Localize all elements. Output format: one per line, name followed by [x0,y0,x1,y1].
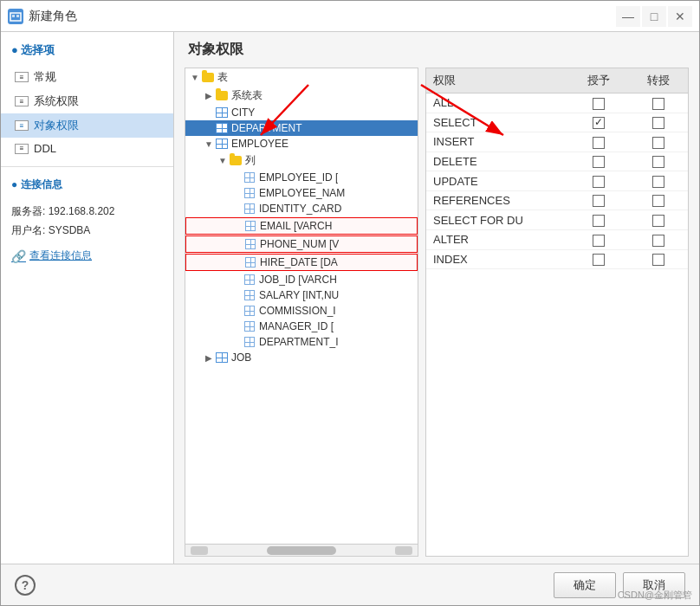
rights-transfer-6[interactable] [628,210,688,230]
sidebar-item-sys-priv[interactable]: ≡系统权限 [1,89,173,113]
tree-node-email[interactable]: EMAIL [VARCH [185,217,418,235]
checkbox-grant-2[interactable] [593,137,605,149]
sidebar-item-icon-sys-priv: ≡ [15,96,29,106]
node-icon-employee-name [243,187,256,199]
maximize-button[interactable]: □ [642,6,666,27]
rights-row-4: UPDATE [426,171,688,191]
node-icon-phone [243,238,257,250]
confirm-button[interactable]: 确定 [554,572,616,598]
rights-transfer-8[interactable] [628,249,688,269]
checkbox-grant-0[interactable] [593,98,605,110]
tree-node-job-id[interactable]: JOB_ID [VARCH [185,272,418,287]
node-icon-department [215,122,229,134]
tree-toggle-cols-root[interactable]: ▼ [217,156,229,165]
rights-transfer-5[interactable] [628,190,688,210]
checkbox-transfer-3[interactable] [652,156,664,168]
sidebar-item-label-sys-priv: 系统权限 [34,93,79,109]
checkbox-grant-3[interactable] [593,156,605,168]
rights-row-7: ALTER [426,229,688,249]
rights-transfer-3[interactable] [628,152,688,171]
tree-toggle-systables[interactable]: ▶ [203,91,215,100]
tree-node-job[interactable]: ▶JOB [185,350,418,365]
sidebar-item-obj-priv[interactable]: ≡对象权限 [1,113,173,138]
tree-node-salary[interactable]: SALARY [INT,NU [185,287,418,303]
tree-node-department[interactable]: DEPARTMENT [185,120,418,136]
rights-name-2: INSERT [426,132,569,152]
rights-grant-1[interactable] [569,113,629,132]
tree-toggle-employee[interactable]: ▼ [203,139,215,149]
connection-link[interactable]: 🔗 查看连接信息 [1,247,173,265]
tree-scroll[interactable]: ▼表▶系统表CITYDEPARTMENT▼EMPLOYEE▼列EMPLOYEE_… [185,68,418,544]
tree-node-systables[interactable]: ▶系统表 [185,87,418,105]
node-label-city: CITY [231,106,255,119]
rights-transfer-2[interactable] [628,132,688,152]
rights-row-2: INSERT [426,132,688,152]
rights-grant-7[interactable] [569,229,629,249]
rights-grant-8[interactable] [569,249,629,269]
sidebar-items: ≡常规≡系统权限≡对象权限≡DDL [1,65,173,159]
tree-node-tables-root[interactable]: ▼表 [185,68,418,87]
help-button[interactable]: ? [15,575,36,596]
tree-node-manager-id[interactable]: MANAGER_ID [ [185,319,418,334]
close-button[interactable]: ✕ [668,6,692,27]
rights-grant-5[interactable] [569,190,629,210]
rights-grant-3[interactable] [569,152,629,171]
rights-transfer-4[interactable] [628,171,688,191]
rights-transfer-7[interactable] [628,229,688,249]
sidebar-item-ddl[interactable]: ≡DDL [1,138,173,159]
checkbox-grant-7[interactable] [593,235,605,247]
tree-node-employee-name[interactable]: EMPLOYEE_NAM [185,185,418,201]
tree-node-employee-id[interactable]: EMPLOYEE_ID [ [185,170,418,185]
checkbox-grant-1[interactable] [593,117,605,129]
tree-toggle-job[interactable]: ▶ [203,353,215,363]
tree-node-phone[interactable]: PHONE_NUM [V [185,235,418,253]
sidebar-item-icon-general: ≡ [15,72,29,82]
rights-transfer-0[interactable] [628,93,688,113]
checkbox-transfer-8[interactable] [652,254,664,266]
tree-node-identity-card[interactable]: IDENTITY_CARD [185,201,418,216]
rights-grant-6[interactable] [569,210,629,230]
checkbox-grant-8[interactable] [593,254,605,266]
checkbox-grant-5[interactable] [593,195,605,207]
tree-node-cols-root[interactable]: ▼列 [185,152,418,170]
node-label-employee-name: EMPLOYEE_NAM [259,187,345,199]
checkbox-transfer-0[interactable] [652,98,664,110]
checkbox-transfer-5[interactable] [652,195,664,207]
checkbox-transfer-1[interactable] [652,117,664,129]
checkbox-grant-4[interactable] [593,176,605,188]
sidebar-item-label-obj-priv: 对象权限 [34,118,79,133]
minimize-button[interactable]: — [616,6,640,27]
tree-node-commission[interactable]: COMMISSION_I [185,303,418,319]
user-label: 用户名: SYSDBA [11,222,163,241]
checkbox-transfer-4[interactable] [652,176,664,188]
rights-grant-0[interactable] [569,93,629,113]
col-permission: 权限 [426,68,569,93]
sidebar-item-general[interactable]: ≡常规 [1,65,173,89]
tree-node-city[interactable]: CITY [185,105,418,120]
tree-hscroll[interactable] [185,544,418,556]
node-icon-salary [243,289,256,301]
tree-node-department-id[interactable]: DEPARTMENT_I [185,334,418,350]
checkbox-grant-6[interactable] [593,215,605,227]
checkbox-transfer-7[interactable] [652,235,664,247]
node-label-commission: COMMISSION_I [259,305,336,317]
rights-grant-2[interactable] [569,132,629,152]
rights-table: 权限 授予 转授 ALLSELECTINSERTDELETEUPDATEREFE… [426,68,688,269]
tree-node-hire-date[interactable]: HIRE_DATE [DA [185,254,418,271]
sidebar-heading: ● 选择项 [1,39,173,65]
rights-row-6: SELECT FOR DU [426,210,688,230]
sidebar: ● 选择项 ≡常规≡系统权限≡对象权限≡DDL ● 连接信息 服务器: 192.… [1,32,174,564]
tree-toggle-tables-root[interactable]: ▼ [189,73,201,82]
svg-rect-0 [10,13,21,21]
rights-transfer-1[interactable] [628,113,688,132]
hscroll-bar[interactable] [267,546,336,555]
node-icon-manager-id [243,320,256,332]
panel-body: ▼表▶系统表CITYDEPARTMENT▼EMPLOYEE▼列EMPLOYEE_… [174,68,699,564]
rights-grant-4[interactable] [569,171,629,191]
node-label-phone: PHONE_NUM [V [260,238,339,250]
checkbox-transfer-2[interactable] [652,137,664,149]
window-icon [8,9,23,24]
checkbox-transfer-6[interactable] [652,215,664,227]
tree-node-employee[interactable]: ▼EMPLOYEE [185,136,418,152]
rights-name-7: ALTER [426,229,569,249]
